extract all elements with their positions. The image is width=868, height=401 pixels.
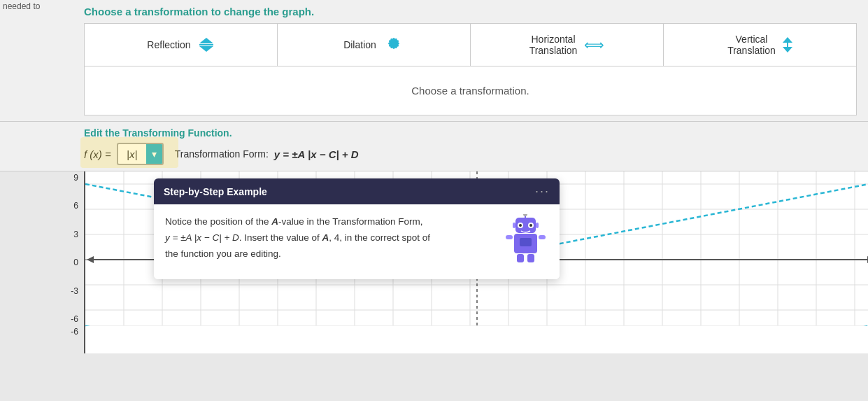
- y-label-6: 6: [73, 201, 78, 211]
- dilation-icon: [383, 34, 404, 56]
- reflection-icon: [198, 36, 215, 53]
- step-by-step-box: Step-by-Step Example ··· Notice the posi…: [154, 178, 560, 279]
- transformation-form-label: Transformation Form:: [175, 148, 269, 160]
- vertical-icon: [783, 37, 792, 52]
- svg-rect-23: [539, 235, 546, 239]
- step-header-title: Step-by-Step Example: [164, 186, 267, 197]
- y-axis-labels: 9 6 3 0 -3 -6: [0, 171, 84, 325]
- needed-to-label: needed to: [0, 0, 43, 13]
- svg-rect-26: [520, 238, 532, 246]
- robot-figure: [503, 214, 548, 269]
- y-label-9: 9: [73, 173, 78, 183]
- reflection-label: Reflection: [147, 39, 190, 50]
- transformation-form-value: y = ±A |x − C| + D: [274, 148, 359, 160]
- svg-marker-55: [87, 256, 94, 263]
- y-label-n6-extra: -6: [71, 327, 78, 337]
- horizontal-label: Horizontal Translation: [529, 34, 578, 56]
- choose-title: Choose a transformation to change the gr…: [84, 6, 857, 17]
- svg-rect-20: [513, 223, 515, 228]
- svg-rect-10: [787, 42, 788, 48]
- step-dots-button[interactable]: ···: [535, 184, 550, 199]
- y-label-n3: -3: [71, 286, 78, 296]
- svg-point-16: [529, 224, 532, 227]
- step-text: Notice the position of the A-value in th…: [165, 214, 493, 262]
- svg-rect-19: [536, 223, 539, 228]
- svg-marker-11: [783, 47, 792, 52]
- dilation-label: Dilation: [343, 39, 376, 50]
- svg-rect-24: [517, 254, 524, 262]
- step-body: Notice the position of the A-value in th…: [154, 204, 560, 279]
- step-header: Step-by-Step Example ···: [154, 178, 560, 204]
- svg-marker-2: [199, 46, 213, 52]
- y-label-n6: -6: [71, 314, 78, 324]
- edit-title: Edit the Transforming Function.: [84, 127, 857, 139]
- transformation-card-reflection[interactable]: Reflection: [85, 24, 278, 66]
- fx-input-container: |x| ▾: [117, 143, 164, 165]
- svg-point-15: [519, 224, 522, 227]
- transformation-card-horizontal[interactable]: Horizontal Translation ⟺: [471, 24, 664, 66]
- y-label-0: 0: [73, 258, 78, 267]
- vertical-label: Vertical Translation: [727, 34, 776, 56]
- fx-dropdown-button[interactable]: ▾: [146, 144, 162, 164]
- y-label-3: 3: [73, 230, 78, 239]
- svg-marker-0: [199, 38, 213, 43]
- fx-input[interactable]: |x|: [118, 146, 146, 163]
- fx-label: f (x) =: [84, 148, 111, 160]
- svg-rect-25: [527, 254, 534, 262]
- horizontal-icon: ⟺: [584, 36, 604, 53]
- choose-transformation-area: Choose a transformation.: [84, 66, 857, 115]
- svg-point-18: [523, 214, 527, 216]
- transformation-card-dilation[interactable]: Dilation: [278, 24, 471, 66]
- svg-rect-22: [506, 235, 513, 239]
- transformation-card-vertical[interactable]: Vertical Translation: [664, 24, 856, 66]
- svg-marker-9: [783, 37, 792, 43]
